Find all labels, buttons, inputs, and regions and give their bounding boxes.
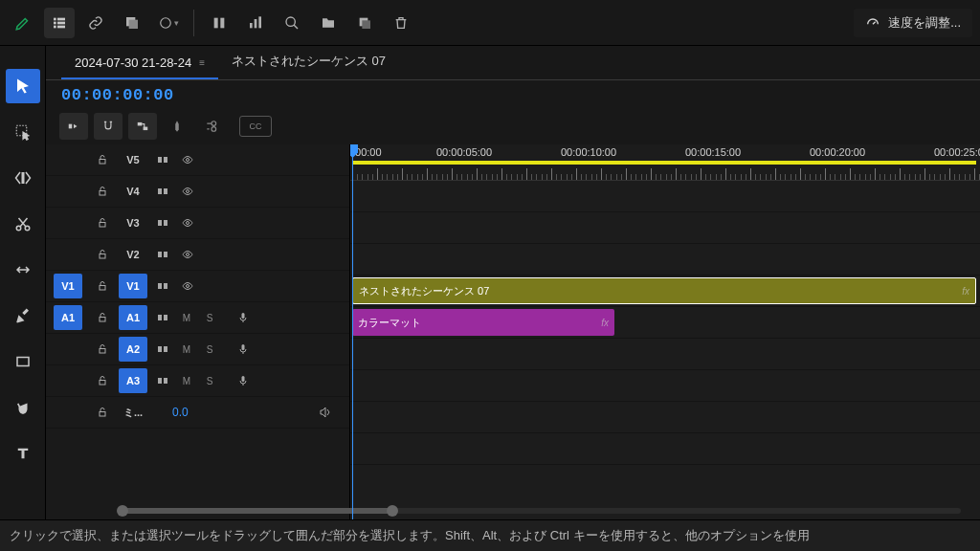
- track-label-v2[interactable]: V2: [119, 242, 147, 267]
- track-header-mix[interactable]: ミ... 0.0: [46, 397, 349, 429]
- lock-icon[interactable]: [92, 403, 113, 422]
- clip-color-matte[interactable]: カラーマット fx: [352, 309, 614, 336]
- tab-menu-icon[interactable]: ≡: [199, 57, 205, 68]
- settings-button[interactable]: [197, 113, 226, 140]
- sync-lock-icon[interactable]: [153, 371, 172, 390]
- snap-button[interactable]: [94, 113, 122, 140]
- properties-button[interactable]: [204, 8, 234, 38]
- lock-icon[interactable]: [92, 245, 113, 264]
- mute-button[interactable]: M: [178, 376, 195, 386]
- ripple-edit-tool[interactable]: [6, 161, 40, 195]
- pen-tool[interactable]: [6, 298, 40, 333]
- solo-button[interactable]: S: [201, 344, 218, 355]
- sync-lock-icon[interactable]: [153, 340, 172, 359]
- lock-icon[interactable]: [92, 340, 113, 359]
- new-item-button[interactable]: [349, 8, 380, 38]
- speed-adjust-button[interactable]: 速度を調整...: [854, 9, 972, 37]
- mute-button[interactable]: M: [178, 313, 195, 323]
- sync-lock-icon[interactable]: [153, 150, 172, 169]
- current-timecode[interactable]: 00:00:00:00: [61, 86, 174, 104]
- marker-add-button[interactable]: [163, 113, 191, 140]
- lock-icon[interactable]: [92, 213, 113, 232]
- razor-tool[interactable]: [6, 207, 40, 241]
- track-header-a2[interactable]: A2 M S: [46, 334, 349, 365]
- lock-icon[interactable]: [92, 276, 113, 296]
- slip-tool[interactable]: [6, 253, 40, 287]
- marker-button[interactable]: ▾: [153, 8, 184, 38]
- track-header-v3[interactable]: V3: [46, 208, 349, 239]
- mic-icon[interactable]: [234, 308, 253, 327]
- eye-icon[interactable]: [178, 213, 197, 232]
- track-label-a1[interactable]: A1: [119, 305, 147, 330]
- lock-icon[interactable]: [92, 150, 113, 169]
- track-label-v3[interactable]: V3: [119, 210, 147, 235]
- playhead[interactable]: [352, 144, 353, 519]
- lock-icon[interactable]: [92, 182, 113, 201]
- time-ruler[interactable]: :00:00 00:00:05:00 00:00:10:00 00:00:15:…: [350, 144, 980, 181]
- sequence-tab-2[interactable]: ネストされたシーケンス 07: [218, 45, 399, 79]
- pen-color-button[interactable]: [8, 8, 38, 38]
- lane-v4[interactable]: [350, 212, 980, 244]
- track-header-v1[interactable]: V1 V1: [46, 271, 349, 302]
- src-patch-v1[interactable]: V1: [54, 274, 82, 298]
- solo-button[interactable]: S: [201, 376, 218, 386]
- track-header-v2[interactable]: V2: [46, 239, 349, 271]
- mix-track-label[interactable]: ミ...: [119, 400, 147, 425]
- mute-button[interactable]: M: [178, 344, 195, 355]
- clip-nested-sequence[interactable]: ネストされたシーケンス 07 fx: [352, 277, 976, 304]
- track-header-v5[interactable]: V5: [46, 144, 349, 176]
- sync-lock-icon[interactable]: [153, 308, 172, 327]
- lane-v5[interactable]: [350, 181, 980, 212]
- output-icon[interactable]: [315, 403, 334, 422]
- horizontal-scrollbar[interactable]: [122, 506, 961, 516]
- search-button[interactable]: [277, 8, 307, 38]
- trash-button[interactable]: [386, 8, 416, 38]
- insert-mode-button[interactable]: [59, 113, 88, 140]
- eye-icon[interactable]: [178, 245, 197, 264]
- track-label-a2[interactable]: A2: [119, 337, 147, 362]
- sync-lock-icon[interactable]: [153, 182, 172, 201]
- lane-v3[interactable]: [350, 244, 980, 276]
- levels-button[interactable]: [240, 8, 271, 38]
- solo-button[interactable]: S: [201, 313, 218, 323]
- sequence-tab-1[interactable]: 2024-07-30 21-28-24 ≡: [61, 48, 218, 79]
- sync-lock-icon[interactable]: [153, 245, 172, 264]
- lane-a3[interactable]: [350, 402, 980, 433]
- hand-tool[interactable]: [6, 390, 40, 425]
- lane-a1[interactable]: [350, 339, 980, 370]
- track-label-v4[interactable]: V4: [119, 179, 147, 204]
- eye-icon[interactable]: [178, 182, 197, 201]
- track-header-a1[interactable]: A1 A1 M S: [46, 302, 349, 334]
- mix-value[interactable]: 0.0: [172, 406, 189, 419]
- mic-icon[interactable]: [234, 371, 253, 390]
- cc-button[interactable]: CC: [239, 116, 272, 137]
- link-button[interactable]: [80, 8, 111, 38]
- lane-mix[interactable]: [350, 433, 980, 465]
- track-label-v1[interactable]: V1: [119, 274, 147, 298]
- list-view-button[interactable]: [44, 8, 75, 38]
- track-header-a3[interactable]: A3 M S: [46, 365, 349, 397]
- scrollbar-thumb[interactable]: [122, 508, 390, 514]
- track-label-a3[interactable]: A3: [119, 368, 147, 393]
- type-tool[interactable]: [6, 436, 40, 471]
- lane-v1[interactable]: カラーマット fx: [350, 307, 980, 339]
- sync-lock-icon[interactable]: [153, 276, 172, 296]
- zoom-handle-left[interactable]: [117, 505, 128, 517]
- linked-selection-button[interactable]: [128, 113, 157, 140]
- rectangle-tool[interactable]: [6, 344, 40, 379]
- eye-icon[interactable]: [178, 150, 197, 169]
- track-header-v4[interactable]: V4: [46, 176, 349, 208]
- lock-icon[interactable]: [92, 371, 113, 390]
- lane-v2[interactable]: ネストされたシーケンス 07 fx: [350, 276, 980, 307]
- sync-lock-icon[interactable]: [153, 213, 172, 232]
- track-select-tool[interactable]: [6, 115, 40, 149]
- lock-icon[interactable]: [92, 308, 113, 327]
- eye-icon[interactable]: [178, 276, 197, 296]
- stack-button[interactable]: [117, 8, 147, 38]
- selection-tool[interactable]: [6, 69, 40, 103]
- lane-a2[interactable]: [350, 370, 980, 402]
- mic-icon[interactable]: [234, 340, 253, 359]
- track-label-v5[interactable]: V5: [119, 147, 147, 172]
- folder-button[interactable]: [313, 8, 344, 38]
- timeline-content[interactable]: :00:00 00:00:05:00 00:00:10:00 00:00:15:…: [350, 144, 980, 519]
